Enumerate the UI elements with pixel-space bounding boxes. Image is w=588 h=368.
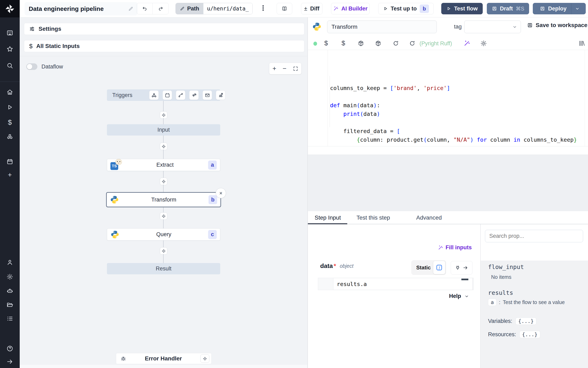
schedules-calendar-icon[interactable] (5, 157, 14, 166)
edit-title-pencil-icon[interactable] (128, 6, 133, 11)
library-icon[interactable] (578, 40, 585, 47)
step-name-input[interactable] (327, 20, 437, 33)
step-node-transform-selected[interactable]: Transform b (106, 192, 221, 207)
diff-button[interactable]: ± Diff (301, 3, 322, 14)
expression-content[interactable]: results.a (333, 278, 472, 290)
webhook-trigger-icon[interactable] (149, 90, 159, 100)
windmill-logo[interactable] (0, 0, 20, 18)
favorites-star-icon[interactable] (5, 45, 14, 54)
collapse-arrow-icon[interactable] (5, 357, 14, 366)
draft-button[interactable]: Draft ⌘S (487, 3, 529, 14)
save-to-workspace-label: Save to workspace (536, 22, 587, 28)
poll-watch-trigger-icon[interactable] (216, 90, 225, 100)
tab-step-input[interactable]: Step Input (315, 214, 341, 221)
resources-object-badge[interactable]: {...} (520, 331, 540, 338)
result-key-badge[interactable]: a (488, 299, 496, 306)
add-step-button[interactable] (160, 178, 167, 185)
zoom-in-icon[interactable]: + (272, 65, 276, 72)
zoom-out-icon[interactable]: − (283, 65, 286, 72)
delete-step-close-icon[interactable]: × (216, 188, 226, 198)
resources-row[interactable]: Resources: {...} (488, 331, 540, 338)
flow-settings-card[interactable]: Settings (24, 23, 304, 35)
undo-button[interactable] (137, 3, 153, 14)
variables-row[interactable]: Variables: {...} (488, 318, 536, 325)
docs-book-button[interactable] (277, 3, 292, 14)
package-icon[interactable] (358, 40, 364, 47)
step-node-query[interactable]: Query c (107, 228, 220, 240)
add-step-button[interactable] (160, 247, 167, 255)
dataflow-toggle[interactable] (26, 63, 37, 70)
user-icon[interactable] (5, 258, 14, 267)
variables-icon[interactable]: $ (5, 118, 14, 127)
websocket-plug-trigger-icon[interactable] (189, 90, 199, 100)
input-node[interactable]: Input (107, 124, 220, 136)
save-to-workspace-button[interactable]: Save to workspace (527, 22, 587, 28)
search-prop-input[interactable] (485, 230, 583, 242)
add-step-button[interactable] (160, 212, 167, 220)
help-toggle[interactable]: Help (449, 293, 469, 299)
flow-title-box[interactable]: Data engineering pipeline (25, 2, 138, 15)
reload-icon[interactable] (409, 40, 416, 47)
error-handler-node[interactable]: Error Handler (116, 353, 212, 364)
fit-view-icon[interactable] (293, 66, 298, 71)
step-node-label: Transform (119, 197, 209, 203)
tag-select[interactable] (464, 20, 521, 33)
magic-wand-icon (333, 6, 338, 11)
canvas-scrollbar-track[interactable] (20, 364, 307, 368)
tab-advanced[interactable]: Advanced (416, 214, 442, 221)
code-editor[interactable]: columns_to_keep = ['brand', 'price'] def… (308, 50, 588, 146)
ai-robot-icon[interactable] (5, 286, 14, 295)
variables-dollar-icon[interactable]: $ (324, 39, 328, 47)
flow-input-heading[interactable]: flow_input (488, 263, 524, 270)
more-kebab-icon[interactable] (263, 5, 264, 11)
add-step-button[interactable] (160, 111, 167, 119)
test-up-to-button[interactable]: Test up to b (378, 3, 434, 14)
settings-gear-icon[interactable] (5, 272, 14, 281)
workspace-icon[interactable] (5, 28, 14, 37)
home-icon[interactable] (5, 88, 14, 97)
connector-line (163, 184, 164, 192)
triggers-node[interactable]: Triggers (107, 89, 220, 101)
javascript-expr-mode-button[interactable]: f (433, 261, 445, 274)
connect-input-button[interactable] (451, 261, 473, 275)
email-trigger-icon[interactable] (203, 90, 212, 100)
fill-inputs-button[interactable]: Fill inputs (438, 244, 472, 251)
code-line: filtered_data = [ (330, 127, 577, 136)
resources-label: Resources: (488, 331, 516, 338)
runs-icon[interactable] (5, 103, 14, 112)
step-node-extract[interactable]: TS Extract a (107, 159, 220, 171)
add-error-handler-button[interactable] (200, 354, 209, 363)
resources-cubes-icon[interactable] (5, 132, 14, 141)
expression-editor[interactable]: results.a (318, 278, 474, 290)
ai-wand-icon[interactable] (464, 40, 470, 47)
result-row[interactable]: a : Test the flow to see a value (488, 299, 565, 306)
package-icon[interactable] (375, 40, 381, 47)
add-step-button[interactable] (160, 143, 167, 150)
path-control[interactable]: Path u/henri/data_ (175, 3, 253, 14)
route-trigger-icon[interactable] (176, 90, 185, 100)
help-icon[interactable] (5, 344, 14, 353)
redo-button[interactable] (153, 3, 169, 14)
expression-value: results.a (337, 281, 367, 287)
connector-line (163, 254, 164, 263)
all-static-inputs-card[interactable]: $ All Static Inputs (24, 40, 304, 52)
schedule-trigger-icon[interactable] (162, 90, 172, 100)
deploy-dropdown-chevron-icon[interactable] (571, 3, 583, 14)
results-heading[interactable]: results (488, 289, 513, 296)
help-label: Help (449, 293, 461, 299)
search-icon[interactable] (5, 61, 14, 70)
test-flow-button[interactable]: Test flow (441, 3, 483, 14)
ai-builder-button[interactable]: AI Builder (331, 3, 370, 14)
add-icon[interactable]: + (5, 170, 14, 179)
reload-icon[interactable] (392, 40, 399, 47)
deploy-button[interactable]: Deploy (535, 3, 571, 14)
result-node[interactable]: Result (107, 263, 220, 274)
step-node-label: Extract (122, 162, 208, 168)
tab-test-this-step[interactable]: Test this step (357, 214, 390, 221)
logs-list-icon[interactable] (5, 314, 14, 323)
variables-object-badge[interactable]: {...} (516, 318, 536, 325)
triggers-label: Triggers (112, 92, 132, 98)
folders-icon[interactable] (5, 300, 14, 309)
resources-dollar-icon[interactable]: $ (341, 39, 345, 47)
editor-settings-gear-icon[interactable] (480, 40, 487, 47)
